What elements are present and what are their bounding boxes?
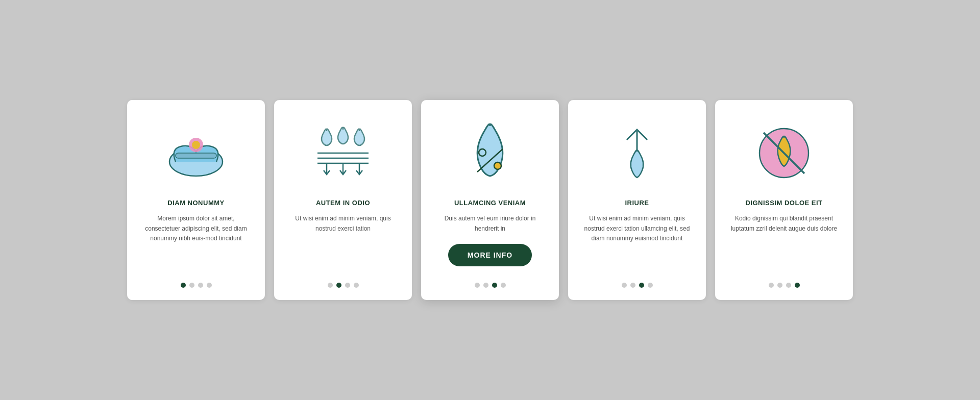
svg-point-3: [192, 141, 200, 149]
card-3-dots: [475, 276, 506, 288]
svg-rect-1: [176, 153, 216, 158]
dot: [345, 283, 350, 288]
card-2-text: Ut wisi enim ad minim veniam, quis nostr…: [286, 214, 400, 265]
dot: [769, 283, 774, 288]
card-3-text: Duis autem vel eum iriure dolor in hendr…: [433, 214, 547, 233]
card-3: ULLAMCING VENIAM Duis autem vel eum iriu…: [421, 100, 559, 299]
card-5-text: Kodio dignissim qui blandit praesent lup…: [727, 214, 841, 265]
card-1-dots: [181, 276, 212, 288]
card-2: AUTEM IN ODIO Ut wisi enim ad minim veni…: [274, 100, 412, 299]
dot: [181, 283, 186, 288]
dot: [639, 283, 644, 288]
card-2-title: AUTEM IN ODIO: [316, 199, 370, 207]
drop-blocked-icon: [751, 118, 817, 185]
card-3-title: ULLAMCING VENIAM: [454, 199, 526, 207]
card-5: DIGNISSIM DOLOE EIT Kodio dignissim qui …: [715, 100, 853, 299]
dot: [786, 283, 791, 288]
dot: [483, 283, 488, 288]
drop-arrow-icon: [604, 118, 670, 185]
dot: [648, 283, 653, 288]
dot: [354, 283, 359, 288]
dot: [207, 283, 212, 288]
dot: [328, 283, 333, 288]
more-info-button[interactable]: MORE INFO: [448, 244, 532, 266]
card-1-text: Morem ipsum dolor sit amet, consectetuer…: [139, 214, 253, 265]
dot: [492, 283, 497, 288]
dot: [795, 283, 800, 288]
dot: [777, 283, 782, 288]
diaper-icon: [163, 118, 229, 185]
dot: [630, 283, 635, 288]
card-4-dots: [622, 276, 653, 288]
dot: [475, 283, 480, 288]
card-5-title: DIGNISSIM DOLOE EIT: [745, 199, 822, 207]
card-2-dots: [328, 276, 359, 288]
water-drops-icon: [310, 118, 376, 185]
card-4-text: Ut wisi enim ad minim veniam, quis nostr…: [580, 214, 694, 265]
card-5-dots: [769, 276, 800, 288]
dot: [198, 283, 203, 288]
dot: [622, 283, 627, 288]
svg-point-11: [494, 162, 501, 169]
dot: [501, 283, 506, 288]
dot: [336, 283, 341, 288]
card-4-title: IRIURE: [625, 199, 649, 207]
drop-percent-icon: [457, 118, 523, 185]
dot: [189, 283, 194, 288]
cards-container: DIAM NONUMMY Morem ipsum dolor sit amet,…: [96, 80, 884, 320]
card-4: IRIURE Ut wisi enim ad minim veniam, qui…: [568, 100, 706, 299]
card-1-title: DIAM NONUMMY: [167, 199, 224, 207]
card-1: DIAM NONUMMY Morem ipsum dolor sit amet,…: [127, 100, 265, 299]
